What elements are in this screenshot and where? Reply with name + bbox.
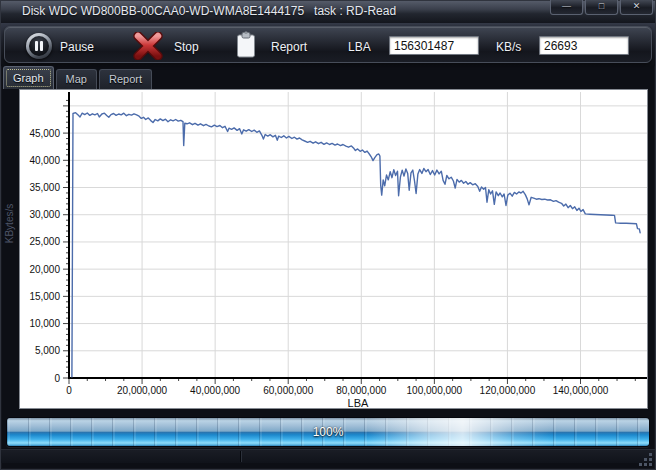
clipboard-icon bbox=[235, 31, 257, 64]
maximize-button[interactable]: □ bbox=[585, 0, 618, 15]
svg-text:120,000,000: 120,000,000 bbox=[480, 385, 536, 396]
svg-text:LBA: LBA bbox=[348, 397, 369, 408]
stop-button[interactable]: Stop bbox=[129, 27, 234, 64]
kbs-value-field[interactable] bbox=[539, 36, 629, 55]
svg-text:80,000,000: 80,000,000 bbox=[336, 385, 386, 396]
svg-text:5,000: 5,000 bbox=[35, 345, 60, 356]
window-title: Disk WDC WD800BB-00CAA0-WD-WMA8E1444175 … bbox=[22, 4, 396, 18]
stop-button-label: Stop bbox=[174, 40, 199, 54]
window-controls: — □ ✕ bbox=[550, 0, 653, 15]
svg-text:15,000: 15,000 bbox=[29, 291, 60, 302]
stop-icon bbox=[133, 32, 163, 64]
progress-percent-label: 100% bbox=[7, 425, 649, 439]
svg-text:20,000,000: 20,000,000 bbox=[117, 385, 167, 396]
svg-text:40,000,000: 40,000,000 bbox=[190, 385, 240, 396]
pause-button-label: Pause bbox=[60, 40, 94, 54]
svg-text:60,000,000: 60,000,000 bbox=[263, 385, 313, 396]
chart-y-axis-title: KBytes/s bbox=[4, 179, 15, 269]
svg-text:100,000,000: 100,000,000 bbox=[407, 385, 463, 396]
tab-map[interactable]: Map bbox=[56, 69, 97, 89]
svg-text:20,000: 20,000 bbox=[29, 264, 60, 275]
status-bar-divider bbox=[240, 451, 241, 462]
svg-text:25,000: 25,000 bbox=[29, 236, 60, 247]
resize-grip-icon[interactable] bbox=[639, 453, 653, 467]
svg-text:0: 0 bbox=[54, 373, 60, 384]
pause-button[interactable]: Pause bbox=[21, 27, 146, 64]
lba-value-field[interactable] bbox=[389, 36, 479, 55]
tab-report[interactable]: Report bbox=[99, 69, 152, 89]
pause-icon bbox=[26, 33, 52, 59]
minimize-button[interactable]: — bbox=[550, 0, 583, 15]
tab-strip: Graph Map Report bbox=[3, 66, 154, 89]
speed-chart: 05,00010,00015,00020,00025,00030,00035,0… bbox=[20, 90, 647, 408]
toolbar: Pause Stop bbox=[4, 26, 652, 63]
report-button[interactable]: Report bbox=[231, 27, 336, 64]
svg-text:30,000: 30,000 bbox=[29, 209, 60, 220]
chart-panel: 05,00010,00015,00020,00025,00030,00035,0… bbox=[19, 89, 648, 409]
tab-graph[interactable]: Graph bbox=[3, 66, 54, 89]
svg-text:45,000: 45,000 bbox=[29, 128, 60, 139]
close-button[interactable]: ✕ bbox=[620, 0, 653, 15]
report-button-label: Report bbox=[271, 40, 307, 54]
status-bar bbox=[1, 449, 655, 463]
kbs-label: KB/s bbox=[496, 40, 521, 54]
app-window: Disk WDC WD800BB-00CAA0-WD-WMA8E1444175 … bbox=[0, 0, 656, 470]
svg-text:0: 0 bbox=[66, 385, 72, 396]
lba-label: LBA bbox=[348, 40, 371, 54]
svg-text:40,000: 40,000 bbox=[29, 155, 60, 166]
svg-text:10,000: 10,000 bbox=[29, 318, 60, 329]
svg-text:35,000: 35,000 bbox=[29, 182, 60, 193]
svg-text:140,000,000: 140,000,000 bbox=[553, 385, 609, 396]
progress-bar: 100% bbox=[6, 417, 650, 447]
